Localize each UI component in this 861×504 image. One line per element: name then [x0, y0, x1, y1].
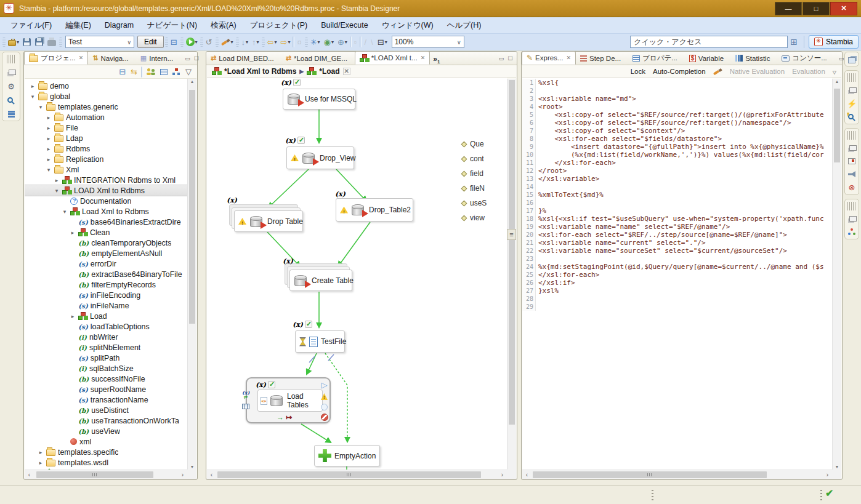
- maximize-view-button[interactable]: [195, 54, 199, 62]
- tree-item[interactable]: ▸templates.specific: [25, 447, 187, 457]
- collapse-toggle-button[interactable]: ⊟: [169, 36, 179, 48]
- sql-search-view-icon[interactable]: [7, 96, 15, 105]
- expander-icon[interactable]: ▸: [54, 177, 60, 183]
- auto-completion-button[interactable]: Auto-Completion: [653, 68, 706, 75]
- drag-handle-icon[interactable]: [652, 490, 653, 500]
- scroll-thumb[interactable]: [217, 471, 481, 478]
- drag-handle-icon[interactable]: [820, 490, 822, 500]
- error-log-view-icon[interactable]: ⊗: [849, 183, 855, 192]
- tree-item[interactable]: inFileEncoding: [25, 290, 187, 300]
- tree-item[interactable]: loadTableOptions: [25, 321, 187, 332]
- session-report-view-icon[interactable]: [848, 157, 855, 166]
- view-menu-button[interactable]: ▽: [184, 66, 193, 78]
- tree-item[interactable]: ▸Ldap: [25, 133, 187, 143]
- tree-item[interactable]: ▸Load: [25, 311, 187, 321]
- print-button[interactable]: [46, 36, 58, 48]
- maximize-view-button[interactable]: [508, 54, 512, 62]
- menu-item[interactable]: ヘルプ(H): [440, 18, 488, 33]
- show-processes-button[interactable]: [171, 66, 182, 78]
- back-history-button[interactable]: ⇦▾: [266, 36, 278, 48]
- tree-item[interactable]: filterEmptyRecords: [25, 279, 187, 290]
- diagram-node-create-table[interactable]: Create Table: [289, 270, 352, 291]
- scroll-thumb[interactable]: [834, 89, 840, 162]
- tree-item[interactable]: ▸File: [25, 122, 187, 133]
- parameter-label[interactable]: view: [462, 214, 487, 222]
- editor-tab[interactable]: *Load DIM_GE...: [281, 52, 355, 65]
- tree-item[interactable]: emptyElementAsNull: [25, 248, 187, 258]
- native-evaluation-button[interactable]: Native Evaluation: [730, 68, 785, 75]
- view-tab[interactable]: Intern...: [136, 52, 180, 65]
- link-with-editor-button[interactable]: ⇆: [129, 66, 139, 78]
- diagram-node-empty-action[interactable]: EmptyAction: [314, 445, 380, 466]
- project-horizontal-scrollbar[interactable]: ‹ ›: [25, 470, 187, 479]
- view-menu-button[interactable]: [833, 68, 836, 75]
- tree-item[interactable]: ▸templates.wsdl: [25, 457, 187, 468]
- tree-item[interactable]: ▾global: [25, 91, 187, 102]
- tree-item[interactable]: Documentation: [25, 196, 187, 206]
- tree-item[interactable]: ▾LOAD Xml to Rdbms: [25, 185, 187, 196]
- parameter-label[interactable]: useS: [462, 199, 487, 207]
- scroll-thumb[interactable]: [36, 471, 153, 478]
- diagram-node-load-tables[interactable]: (x) Load Tables !: [246, 377, 331, 423]
- expander-icon[interactable]: ▸: [46, 114, 52, 121]
- diagram-node-use-for-mssql[interactable]: Use for MSSQL: [283, 89, 355, 110]
- outline-view-icon[interactable]: [8, 110, 15, 118]
- tab-close-icon[interactable]: ✕: [421, 55, 426, 61]
- pin-editor-button[interactable]: ¤: [296, 36, 303, 48]
- expander-icon[interactable]: ▾: [30, 94, 36, 100]
- minimize-window-button[interactable]: —: [775, 2, 802, 15]
- stambia-perspective-button[interactable]: Stambia: [809, 35, 859, 49]
- save-button[interactable]: [22, 36, 33, 48]
- expression-code-editor[interactable]: 1%xsl{ 2 3<xsl:variable name="md"> 4<roo…: [522, 78, 832, 470]
- menu-item[interactable]: ウィンドウ(W): [375, 18, 440, 33]
- diagram-nodes-button[interactable]: ◉▾: [323, 36, 335, 48]
- tree-item[interactable]: successIfNoFile: [25, 374, 187, 384]
- editor-tab[interactable]: Load DIM_BED...: [206, 52, 281, 65]
- breadcrumb-item[interactable]: *Load: [319, 67, 339, 76]
- tree-item[interactable]: ▸Clean: [25, 227, 187, 238]
- tree-item[interactable]: cleanTemporaryObjects: [25, 238, 187, 248]
- menu-item[interactable]: プロジェクト(P): [243, 18, 314, 33]
- quick-access-input[interactable]: [630, 36, 788, 48]
- align-horizontal-button[interactable]: /: [363, 36, 368, 48]
- tree-item[interactable]: ▾templates.generic: [25, 102, 187, 112]
- maximize-window-button[interactable]: □: [802, 2, 830, 15]
- format-button[interactable]: ▾: [220, 36, 235, 48]
- tree-item[interactable]: ▸Rdbms: [25, 143, 187, 154]
- expander-icon[interactable]: ▸: [70, 230, 76, 236]
- minimize-view-button[interactable]: [185, 54, 190, 62]
- restore-view-button[interactable]: [847, 215, 857, 223]
- menu-item[interactable]: Diagram: [98, 18, 140, 32]
- tab-close-icon[interactable]: ✕: [79, 55, 84, 61]
- scroll-thumb[interactable]: [189, 90, 195, 324]
- tree-item[interactable]: inFileName: [25, 300, 187, 311]
- expander-icon[interactable]: ▾: [38, 104, 44, 110]
- diagram-node-drop-table2[interactable]: ! Drop_Table2: [336, 198, 413, 222]
- tree-item[interactable]: useTransactionOnWorkTa: [25, 415, 187, 426]
- expander-icon[interactable]: ▸: [46, 135, 52, 142]
- expander-icon[interactable]: ▾: [54, 188, 60, 194]
- notification-view-icon[interactable]: [848, 170, 855, 178]
- split-editor-button[interactable]: ⊟▾: [376, 36, 389, 48]
- new-wizard-button[interactable]: ▾: [7, 36, 20, 48]
- menu-item[interactable]: Build/Execute: [314, 18, 374, 32]
- expression-vertical-scrollbar[interactable]: ▲ ▼: [832, 79, 841, 470]
- tree-item[interactable]: xml: [25, 436, 187, 447]
- breadcrumb-item[interactable]: *Load Xml to Rdbms: [224, 67, 296, 76]
- session-button[interactable]: ↺: [204, 36, 214, 48]
- expander-icon[interactable]: ▸: [70, 313, 76, 319]
- tree-item[interactable]: base64BinariesExtractDire: [25, 217, 187, 227]
- tree-item[interactable]: transactionName: [25, 394, 187, 405]
- settings-view-icon[interactable]: ⚙: [7, 82, 15, 91]
- save-all-button[interactable]: [34, 36, 45, 48]
- editor-horizontal-scrollbar[interactable]: ‹ ›: [207, 470, 507, 479]
- open-perspective-button[interactable]: [789, 36, 799, 48]
- expander-icon[interactable]: ▾: [62, 209, 68, 215]
- close-window-button[interactable]: ✕: [830, 2, 857, 15]
- tree-item[interactable]: ▾Xml: [25, 164, 187, 175]
- previous-annotation-button[interactable]: ↑▾: [251, 36, 261, 48]
- expander-icon[interactable]: ▸: [30, 83, 36, 89]
- collapse-all-button[interactable]: ⊟: [118, 66, 127, 78]
- tab-overflow-button[interactable]: »1: [430, 55, 443, 65]
- project-vertical-scrollbar[interactable]: ▲ ▼: [187, 79, 196, 470]
